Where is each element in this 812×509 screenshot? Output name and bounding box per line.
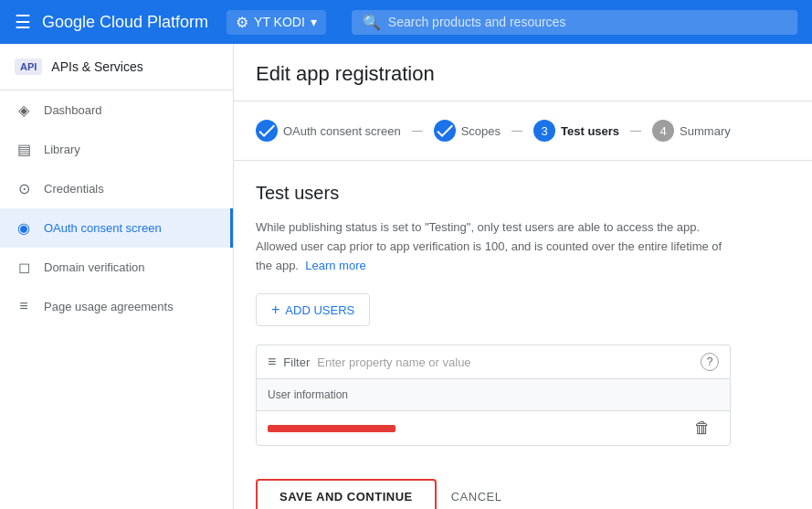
step-test-users-label: Test users bbox=[561, 124, 619, 138]
cancel-button[interactable]: CANCEL bbox=[451, 490, 502, 504]
sidebar-label-domain: Domain verification bbox=[44, 260, 145, 274]
page-usage-icon: ≡ bbox=[15, 298, 33, 314]
step-summary-circle: 4 bbox=[652, 120, 674, 142]
filter-icon: ≡ bbox=[268, 354, 276, 370]
header-actions bbox=[675, 379, 730, 410]
library-icon: ▤ bbox=[15, 141, 33, 158]
sidebar-item-domain-verification[interactable]: ◻ Domain verification bbox=[0, 248, 233, 287]
delete-cell: 🗑 bbox=[675, 411, 730, 445]
menu-icon[interactable]: ☰ bbox=[15, 11, 31, 33]
separator-1: — bbox=[412, 124, 423, 137]
search-bar[interactable]: 🔍 Search products and resources bbox=[352, 10, 797, 35]
topbar-logo: Google Cloud Platform bbox=[42, 13, 208, 32]
save-continue-button[interactable]: SAVE AND CONTINUE bbox=[256, 479, 437, 509]
sidebar-item-page-usage[interactable]: ≡ Page usage agreements bbox=[0, 287, 233, 325]
page-title: Edit app registration bbox=[256, 62, 790, 86]
page-header: Edit app registration bbox=[234, 44, 812, 101]
logo-text: Google Cloud Platform bbox=[42, 13, 208, 32]
sidebar-item-credentials[interactable]: ⊙ Credentials bbox=[0, 169, 233, 208]
credentials-icon: ⊙ bbox=[15, 180, 33, 197]
users-table: User information 🗑 bbox=[256, 378, 731, 446]
header-user-info: User information bbox=[257, 379, 675, 410]
content-area: Test users While publishing status is se… bbox=[234, 161, 812, 509]
search-placeholder: Search products and resources bbox=[388, 15, 566, 29]
filter-row: ≡ Filter Enter property name or value ? bbox=[256, 345, 731, 378]
table-row: 🗑 bbox=[257, 411, 730, 445]
user-input-bar bbox=[268, 425, 395, 432]
bottom-actions: SAVE AND CONTINUE CANCEL bbox=[256, 461, 790, 509]
project-selector[interactable]: ⚙ YT KODI ▾ bbox=[227, 10, 326, 35]
app-layout: API APIs & Services ◈ Dashboard ▤ Librar… bbox=[0, 44, 812, 509]
filter-left: ≡ Filter Enter property name or value bbox=[268, 354, 471, 370]
sidebar: API APIs & Services ◈ Dashboard ▤ Librar… bbox=[0, 44, 234, 509]
oauth-icon: ◉ bbox=[15, 219, 33, 237]
table-header: User information bbox=[257, 379, 730, 411]
step-summary: 4 Summary bbox=[652, 120, 731, 142]
sidebar-item-oauth-consent[interactable]: ◉ OAuth consent screen bbox=[0, 208, 233, 248]
delete-icon[interactable]: 🗑 bbox=[694, 419, 711, 438]
stepper: OAuth consent screen — Scopes — 3 Test u… bbox=[234, 101, 812, 161]
filter-input[interactable]: Enter property name or value bbox=[317, 355, 470, 369]
sidebar-header: API APIs & Services bbox=[0, 44, 233, 90]
add-users-label: ADD USERS bbox=[285, 303, 354, 317]
separator-2: — bbox=[511, 124, 522, 137]
filter-table-container: ≡ Filter Enter property name or value ? … bbox=[256, 345, 731, 446]
step-test-users-circle: 3 bbox=[533, 120, 555, 142]
step-oauth-label: OAuth consent screen bbox=[283, 124, 401, 138]
plus-icon: + bbox=[271, 302, 279, 318]
step-summary-label: Summary bbox=[680, 124, 731, 138]
add-users-button[interactable]: + ADD USERS bbox=[256, 293, 370, 326]
sidebar-label-credentials: Credentials bbox=[44, 182, 104, 196]
step-test-users: 3 Test users bbox=[533, 120, 619, 142]
section-title: Test users bbox=[256, 183, 790, 204]
user-info-cell bbox=[257, 418, 675, 440]
api-badge: API bbox=[15, 58, 42, 75]
main-content: Edit app registration OAuth consent scre… bbox=[234, 44, 812, 509]
step-scopes-label: Scopes bbox=[461, 124, 501, 138]
filter-label: Filter bbox=[283, 355, 310, 369]
project-dropdown-icon: ▾ bbox=[311, 15, 317, 29]
sidebar-label-dashboard: Dashboard bbox=[44, 103, 102, 117]
sidebar-header-title: APIs & Services bbox=[51, 59, 142, 74]
filter-help-icon[interactable]: ? bbox=[701, 353, 719, 371]
step-scopes: Scopes bbox=[434, 120, 501, 142]
separator-3: — bbox=[630, 124, 641, 137]
step-scopes-circle bbox=[434, 120, 456, 142]
dashboard-icon: ◈ bbox=[15, 101, 33, 119]
search-icon: 🔍 bbox=[363, 14, 381, 31]
project-icon: ⚙ bbox=[236, 14, 248, 31]
sidebar-label-oauth: OAuth consent screen bbox=[44, 221, 162, 235]
sidebar-item-library[interactable]: ▤ Library bbox=[0, 130, 233, 169]
section-description: While publishing status is set to "Testi… bbox=[256, 218, 731, 275]
domain-icon: ◻ bbox=[15, 259, 33, 276]
step-oauth: OAuth consent screen bbox=[256, 120, 401, 142]
sidebar-label-library: Library bbox=[44, 143, 80, 156]
project-name: YT KODI bbox=[254, 15, 305, 29]
step-oauth-circle bbox=[256, 120, 278, 142]
topbar: ☰ Google Cloud Platform ⚙ YT KODI ▾ 🔍 Se… bbox=[0, 0, 812, 44]
learn-more-link[interactable]: Learn more bbox=[305, 259, 365, 272]
sidebar-label-page-usage: Page usage agreements bbox=[44, 300, 174, 313]
sidebar-item-dashboard[interactable]: ◈ Dashboard bbox=[0, 90, 233, 130]
